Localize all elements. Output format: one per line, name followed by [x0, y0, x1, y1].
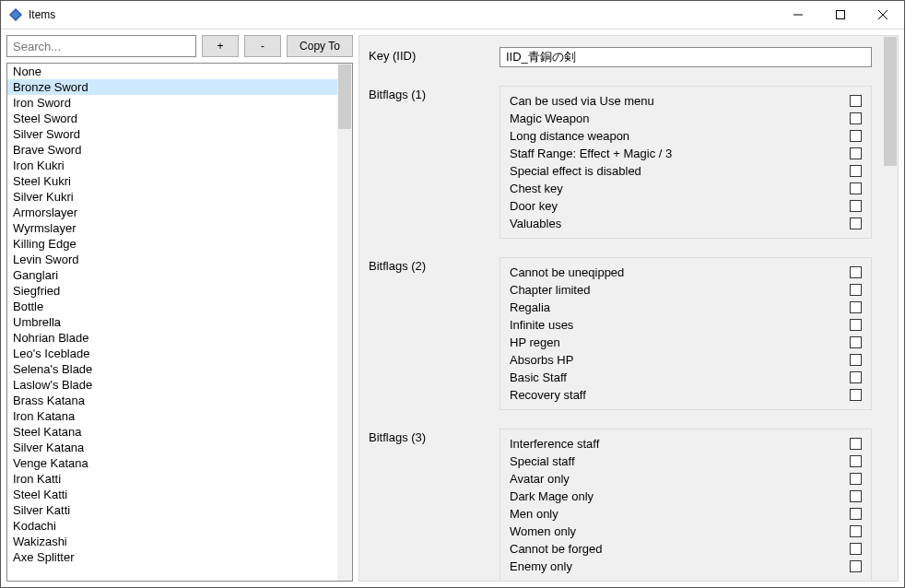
list-item[interactable]: Selena's Blade	[7, 361, 337, 377]
checkbox-label: Cannot be uneqipped	[510, 265, 850, 279]
checkbox-label: HP regen	[510, 335, 850, 349]
list-item[interactable]: Bottle	[7, 299, 337, 314]
checkbox-row: Staff Range: Effect + Magic / 3	[510, 145, 862, 162]
checkbox[interactable]	[850, 525, 862, 537]
minimize-button[interactable]	[777, 1, 819, 29]
checkbox[interactable]	[850, 218, 862, 229]
checkbox-label: Door key	[510, 199, 850, 213]
checkbox-row: Chapter limited	[510, 281, 862, 299]
list-item[interactable]: Steel Sword	[7, 111, 337, 126]
checkbox[interactable]	[850, 95, 862, 107]
checkbox[interactable]	[850, 371, 862, 383]
add-button[interactable]: +	[202, 35, 239, 57]
checkbox[interactable]	[850, 200, 862, 212]
list-item[interactable]: Armorslayer	[7, 205, 337, 220]
list-item[interactable]: Brave Sword	[7, 142, 337, 158]
list-item[interactable]: Wakizashi	[7, 534, 337, 549]
list-item[interactable]: Iron Katana	[7, 408, 337, 424]
checkbox-label: Special effect is disabled	[510, 164, 850, 178]
checkbox-label: Avatar only	[510, 472, 850, 486]
checkbox-row: Cannot be forged	[510, 540, 862, 558]
checkbox-row: Enemy only	[510, 558, 862, 575]
checkbox[interactable]	[850, 336, 862, 348]
list-item[interactable]: Steel Katti	[7, 487, 337, 502]
maximize-button[interactable]	[819, 1, 862, 29]
checkbox[interactable]	[850, 490, 862, 502]
window-title: Items	[29, 8, 777, 21]
checkbox[interactable]	[850, 130, 862, 142]
checkbox[interactable]	[850, 473, 862, 485]
list-item[interactable]: Steel Kukri	[7, 173, 337, 189]
checkbox-label: Basic Staff	[510, 370, 850, 384]
list-item[interactable]: Bronze Sword	[7, 79, 337, 95]
checkbox[interactable]	[850, 266, 862, 278]
left-panel: + - Copy To NoneBronze SwordIron SwordSt…	[6, 35, 353, 582]
search-input[interactable]	[6, 35, 196, 57]
window-buttons	[777, 1, 904, 29]
checkbox-label: Valuables	[510, 217, 850, 230]
checkbox[interactable]	[850, 147, 862, 159]
checkbox[interactable]	[850, 301, 862, 313]
checkbox-row: Long distance weapon	[510, 127, 862, 145]
checkbox[interactable]	[850, 165, 862, 177]
checkbox[interactable]	[850, 284, 862, 296]
scrollbar-thumb[interactable]	[884, 37, 897, 166]
key-input[interactable]	[500, 47, 872, 67]
list-item[interactable]: Ganglari	[7, 267, 337, 283]
checkbox[interactable]	[850, 455, 862, 467]
scrollbar-thumb[interactable]	[338, 65, 351, 129]
list-item[interactable]: Silver Sword	[7, 126, 337, 142]
list-item[interactable]: Silver Kukri	[7, 189, 337, 205]
list-item[interactable]: Siegfried	[7, 283, 337, 299]
bitflags-group: Interference staffSpecial staffAvatar on…	[500, 429, 872, 581]
checkbox-label: Men only	[510, 507, 850, 521]
item-list[interactable]: NoneBronze SwordIron SwordSteel SwordSil…	[6, 63, 353, 582]
checkbox-label: Special staff	[510, 454, 850, 468]
checkbox[interactable]	[850, 319, 862, 331]
list-item[interactable]: Silver Katti	[7, 502, 337, 518]
checkbox-row: Basic Staff	[510, 369, 862, 386]
checkbox-row: HP regen	[510, 334, 862, 351]
list-item[interactable]: None	[7, 64, 337, 79]
checkbox-row: Dark Mage only	[510, 488, 862, 505]
list-item[interactable]: Kodachi	[7, 518, 337, 534]
list-item[interactable]: Silver Katana	[7, 440, 337, 455]
checkbox-row: Cannot be uneqipped	[510, 264, 862, 281]
scrollbar-vertical[interactable]	[883, 36, 898, 581]
scrollbar-vertical[interactable]	[337, 64, 352, 581]
checkbox-row: Regalia	[510, 299, 862, 316]
checkbox[interactable]	[850, 354, 862, 366]
checkbox-row: Magic Weapon	[510, 110, 862, 127]
remove-button[interactable]: -	[244, 35, 281, 57]
checkbox-label: Interference staff	[510, 437, 850, 451]
list-item[interactable]: Umbrella	[7, 314, 337, 330]
copy-to-button[interactable]: Copy To	[287, 35, 353, 57]
checkbox-label: Chest key	[510, 182, 850, 195]
list-item[interactable]: Killing Edge	[7, 236, 337, 252]
checkbox[interactable]	[850, 438, 862, 450]
checkbox-label: Staff Range: Effect + Magic / 3	[510, 147, 850, 160]
list-item[interactable]: Axe Splitter	[7, 549, 337, 565]
list-item[interactable]: Nohrian Blade	[7, 330, 337, 346]
checkbox[interactable]	[850, 112, 862, 124]
checkbox-label: Infinite uses	[510, 318, 850, 332]
list-item[interactable]: Laslow's Blade	[7, 377, 337, 393]
list-item[interactable]: Steel Katana	[7, 424, 337, 440]
list-item[interactable]: Iron Sword	[7, 95, 337, 111]
checkbox[interactable]	[850, 560, 862, 572]
list-item[interactable]: Wyrmslayer	[7, 220, 337, 236]
bitflags-group: Can be used via Use menuMagic WeaponLong…	[500, 86, 872, 239]
list-item[interactable]: Leo's Iceblade	[7, 346, 337, 361]
list-item[interactable]: Iron Katti	[7, 471, 337, 487]
checkbox[interactable]	[850, 389, 862, 401]
list-item[interactable]: Levin Sword	[7, 252, 337, 267]
close-button[interactable]	[862, 1, 904, 29]
checkbox[interactable]	[850, 543, 862, 555]
checkbox-row: Absorbs HP	[510, 351, 862, 369]
checkbox-label: Dark Mage only	[510, 489, 850, 503]
checkbox[interactable]	[850, 182, 862, 194]
checkbox[interactable]	[850, 508, 862, 520]
list-item[interactable]: Iron Kukri	[7, 158, 337, 173]
list-item[interactable]: Brass Katana	[7, 393, 337, 408]
list-item[interactable]: Venge Katana	[7, 455, 337, 471]
